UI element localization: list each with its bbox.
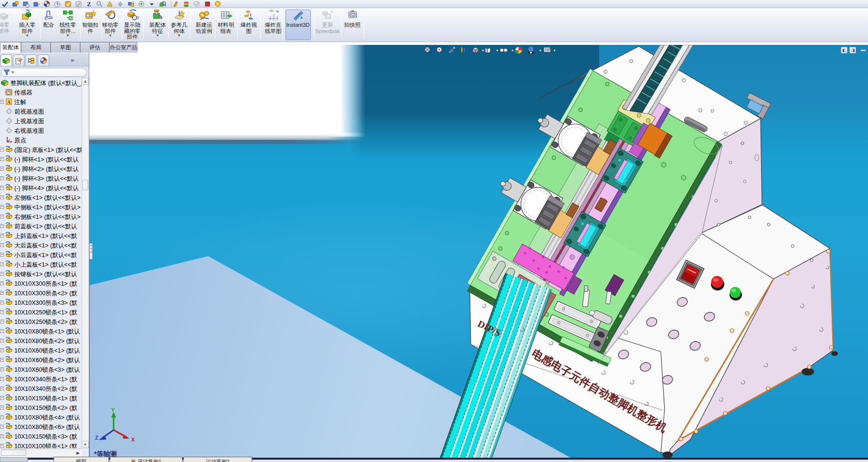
svg-text:X: X	[131, 437, 135, 442]
svg-text:Z: Z	[87, 0, 91, 8]
svg-text:A: A	[7, 99, 11, 105]
svg-text:Z: Z	[95, 435, 98, 441]
svg-text:Y: Y	[111, 408, 115, 413]
